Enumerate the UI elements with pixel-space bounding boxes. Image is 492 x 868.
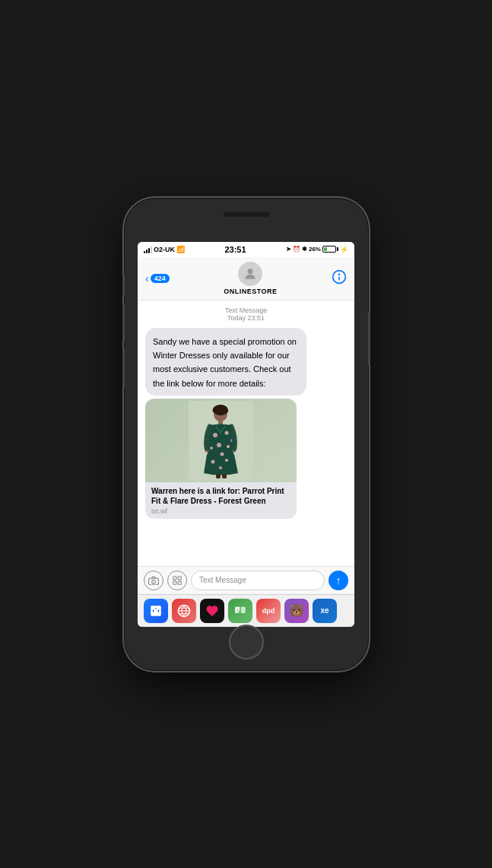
appstore-logo — [149, 604, 163, 618]
dress-illustration — [189, 401, 253, 481]
message-area: Text Message Today 23:51 Sandy we have a… — [138, 300, 354, 566]
message-content: Sandy we have a special promotion on Win… — [153, 337, 297, 388]
cards-app-icon[interactable]: 🂡 — [228, 599, 252, 623]
camera-button[interactable] — [144, 571, 163, 590]
cards-icon: 🂡 — [233, 604, 247, 618]
contact-name: ONLINESTORE — [224, 288, 277, 295]
phone-screen: O2-UK 📶 23:51 ➤ ⏰ ✱ 26% ⚡ ‹ — [138, 242, 354, 627]
svg-rect-23 — [178, 576, 181, 579]
message-placeholder: Text Message — [199, 576, 246, 584]
app-tray: 🂡 dpd 🐻 xe — [138, 594, 354, 627]
volume-down-button — [122, 349, 125, 387]
product-image — [145, 399, 297, 482]
timestamp-type: Text Message — [145, 307, 347, 314]
apps-button[interactable] — [167, 571, 187, 590]
heart-icon — [205, 604, 219, 618]
input-bar: Text Message ↑ — [138, 566, 354, 594]
person-icon — [243, 266, 258, 281]
svg-point-0 — [248, 269, 253, 274]
game-app-icon[interactable]: 🐻 — [284, 599, 309, 623]
svg-text:🂡: 🂡 — [236, 608, 240, 613]
status-left: O2-UK 📶 — [144, 246, 185, 253]
message-input[interactable]: Text Message — [191, 571, 325, 590]
game-emoji: 🐻 — [289, 603, 304, 618]
mute-button — [122, 275, 125, 296]
signal-bar-1 — [144, 251, 145, 253]
carrier-label: O2-UK — [154, 246, 175, 253]
phone-camera — [75, 209, 81, 215]
dpd-app-icon[interactable]: dpd — [256, 599, 281, 623]
signal-bar-2 — [146, 250, 148, 253]
contact-avatar — [238, 262, 262, 286]
link-card-title: Warren here is a link for: Parrot Print … — [151, 486, 290, 506]
alarm-icon: ⏰ — [293, 246, 300, 253]
status-right: ➤ ⏰ ✱ 26% ⚡ — [286, 246, 348, 253]
svg-point-8 — [213, 433, 217, 437]
message-bubble-text: Sandy we have a special promotion on Win… — [145, 328, 306, 396]
globe-icon — [177, 604, 191, 618]
status-bar: O2-UK 📶 23:51 ➤ ⏰ ✱ 26% ⚡ — [138, 242, 354, 257]
back-button[interactable]: ‹ 424 — [145, 273, 170, 284]
web-browser-icon[interactable] — [172, 599, 196, 623]
wifi-icon: 📶 — [176, 246, 185, 253]
dpd-label: dpd — [262, 607, 275, 615]
xe-app-icon[interactable]: xe — [313, 599, 337, 623]
svg-point-16 — [225, 459, 228, 462]
svg-rect-24 — [173, 581, 176, 584]
svg-point-12 — [210, 447, 213, 450]
svg-rect-19 — [222, 474, 227, 479]
heart-app-icon[interactable] — [200, 599, 224, 623]
bluetooth-icon: ✱ — [302, 246, 307, 253]
nav-bar: ‹ 424 ONLINESTORE — [138, 257, 354, 300]
home-button[interactable] — [229, 625, 264, 660]
svg-rect-25 — [178, 581, 181, 584]
svg-rect-31 — [241, 606, 246, 612]
link-card-url: txt.wf — [151, 507, 290, 515]
apps-icon — [172, 575, 183, 586]
phone-speaker — [224, 212, 269, 217]
phone-frame: O2-UK 📶 23:51 ➤ ⏰ ✱ 26% ⚡ ‹ — [125, 199, 368, 670]
location-icon: ➤ — [286, 246, 291, 253]
power-button — [368, 313, 370, 366]
send-button[interactable]: ↑ — [329, 571, 348, 590]
svg-rect-18 — [216, 474, 221, 479]
svg-point-17 — [219, 466, 222, 469]
svg-point-15 — [211, 459, 214, 463]
link-card-info: Warren here is a link for: Parrot Print … — [145, 482, 297, 519]
badge-count: 424 — [151, 274, 170, 283]
svg-point-10 — [217, 443, 221, 447]
link-card[interactable]: Warren here is a link for: Parrot Print … — [145, 399, 297, 519]
signal-bars — [144, 246, 152, 253]
charging-icon: ⚡ — [340, 246, 348, 253]
battery-icon — [322, 246, 338, 253]
info-icon — [332, 269, 347, 285]
contact-header: ONLINESTORE — [224, 262, 277, 295]
timestamp-date: Today 23:51 — [145, 314, 347, 322]
signal-bar-4 — [151, 246, 152, 253]
info-button[interactable] — [332, 269, 347, 287]
volume-up-button — [122, 304, 125, 342]
signal-bar-3 — [148, 248, 150, 253]
svg-point-21 — [152, 580, 156, 583]
appstore-icon[interactable] — [144, 599, 168, 623]
send-arrow-icon: ↑ — [336, 575, 341, 586]
svg-point-9 — [224, 431, 228, 434]
time-display: 23:51 — [224, 245, 246, 254]
xe-label: xe — [320, 606, 329, 615]
battery-percent: 26% — [309, 246, 321, 253]
back-chevron-icon: ‹ — [145, 273, 149, 284]
message-timestamp: Text Message Today 23:51 — [145, 307, 347, 322]
svg-point-13 — [220, 452, 224, 456]
svg-point-11 — [227, 445, 230, 448]
camera-icon — [148, 576, 159, 585]
svg-rect-22 — [173, 576, 176, 579]
